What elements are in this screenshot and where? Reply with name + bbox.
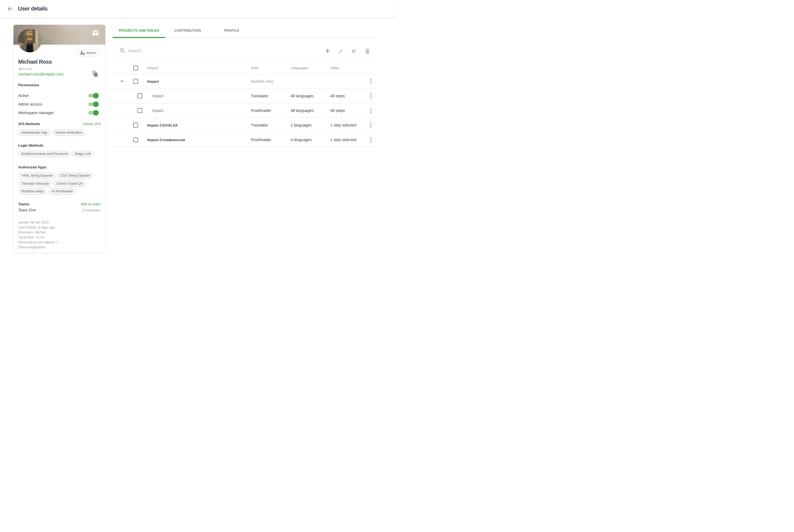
toggle-admin-access[interactable] bbox=[88, 101, 99, 107]
back-arrow-icon[interactable] bbox=[6, 5, 14, 13]
tab-contribution[interactable]: CONTRIBUTION bbox=[166, 24, 210, 38]
project-name[interactable]: Impact bbox=[152, 108, 164, 113]
manage-accounts-icon bbox=[80, 51, 84, 55]
tab-label: PROJECTS AND ROLES bbox=[119, 28, 159, 33]
row-role: Proofreader bbox=[251, 108, 271, 113]
avatar bbox=[18, 28, 42, 52]
row-checkbox[interactable] bbox=[133, 123, 138, 128]
search-icon bbox=[120, 48, 125, 53]
delete-icon[interactable] bbox=[362, 45, 373, 57]
meta-joined: Joined: 06 Apr 2020 bbox=[18, 220, 58, 225]
team-name: Team One bbox=[18, 208, 36, 212]
row-menu-icon[interactable] bbox=[367, 121, 375, 129]
tab-label: CONTRIBUTION bbox=[174, 28, 201, 33]
meta-registration: Direct registration bbox=[18, 245, 58, 250]
twofa-pill: Device verification bbox=[52, 130, 85, 136]
project-name[interactable]: Impact CSV/XLSX bbox=[147, 123, 177, 127]
row-menu-icon[interactable] bbox=[367, 77, 375, 85]
twofa-heading: 2FA Methods bbox=[18, 122, 40, 126]
row-role: Translator bbox=[251, 94, 268, 98]
row-languages: All languages bbox=[290, 108, 314, 113]
row-languages: 4 languages bbox=[290, 137, 311, 142]
row-checkbox[interactable] bbox=[137, 93, 142, 98]
login-method-pill: Magic Link bbox=[72, 151, 94, 157]
meta-local-time: Local time: 11:15 bbox=[18, 235, 58, 240]
select-all-checkbox[interactable] bbox=[133, 65, 138, 71]
tab-label: PROFILE bbox=[224, 28, 239, 33]
edit-icon[interactable] bbox=[335, 45, 346, 57]
row-languages: 2 languages bbox=[290, 123, 311, 127]
collapse-chevron-icon[interactable] bbox=[120, 79, 124, 84]
user-card: Admin Michael Ross @m.ross michael.ross@… bbox=[13, 24, 106, 253]
meta-last-activity: Last activity: 3 days ago bbox=[18, 225, 58, 230]
row-steps: All steps bbox=[330, 94, 345, 98]
add-icon[interactable] bbox=[322, 45, 333, 57]
app-pill: Workflow delay bbox=[18, 188, 46, 195]
teams-heading: Teams bbox=[18, 202, 29, 206]
send-email-icon[interactable] bbox=[93, 30, 98, 35]
row-menu-icon[interactable] bbox=[367, 92, 375, 100]
toggle-active[interactable] bbox=[88, 93, 99, 98]
row-checkbox[interactable] bbox=[133, 79, 138, 84]
table-header: Project Role Languages Steps bbox=[113, 62, 377, 74]
user-email[interactable]: michael.ross@impact.com bbox=[18, 72, 63, 76]
project-name[interactable]: Impact bbox=[152, 94, 164, 98]
row-menu-icon[interactable] bbox=[367, 136, 375, 144]
login-methods-heading: Login Methods bbox=[18, 143, 43, 148]
tab-profile[interactable]: PROFILE bbox=[210, 24, 254, 38]
column-header-role: Role bbox=[251, 66, 258, 70]
search-toolbar bbox=[113, 38, 377, 62]
row-languages: All languages bbox=[290, 94, 314, 98]
row-checkbox[interactable] bbox=[137, 108, 142, 113]
table-row-group-impact: Impact Multiple roles bbox=[113, 74, 377, 89]
table-row-impact-crowdsourced: Impact Crowdsourced Proofreader 4 langua… bbox=[113, 133, 377, 147]
meta-pronouns: Pronouns: He/him bbox=[18, 230, 58, 235]
row-role: Proofreader bbox=[251, 137, 271, 142]
project-name[interactable]: Impact bbox=[147, 79, 159, 83]
authorized-apps-heading: Authorized Apps bbox=[18, 165, 46, 169]
row-checkbox[interactable] bbox=[133, 137, 138, 142]
column-header-languages: Languages bbox=[290, 66, 308, 70]
table-row-impact-translator: Impact Translator All languages All step… bbox=[113, 89, 377, 103]
toggle-label-workspace-manager: Workspace manager bbox=[18, 111, 54, 115]
admin-badge-label: Admin bbox=[86, 51, 96, 55]
row-role: Multiple roles bbox=[251, 79, 273, 83]
user-meta-list: Joined: 06 Apr 2020 Last activity: 3 day… bbox=[18, 220, 58, 250]
row-steps: All steps bbox=[330, 108, 345, 113]
toggle-label-admin-access: Admin access bbox=[18, 102, 42, 107]
project-name[interactable]: Impact Crowdsourced bbox=[147, 137, 185, 142]
tab-bar: PROJECTS AND ROLES CONTRIBUTION PROFILE bbox=[113, 24, 377, 38]
toggle-label-active: Active bbox=[18, 93, 29, 98]
login-method-pill: Email/Username and Password bbox=[18, 151, 71, 157]
main-content: PROJECTS AND ROLES CONTRIBUTION PROFILE bbox=[113, 18, 377, 147]
table-row-impact-proofreader: Impact Proofreader All languages All ste… bbox=[113, 103, 377, 118]
user-handle: @m.ross bbox=[18, 67, 32, 71]
copy-email-icon[interactable] bbox=[93, 71, 98, 77]
row-role: Translator bbox=[251, 123, 268, 127]
meta-tokens: Personal access tokens: 1 bbox=[18, 240, 58, 245]
app-pill: AI Proofreader bbox=[49, 188, 76, 195]
page-title: User details bbox=[18, 5, 48, 12]
tab-projects-and-roles[interactable]: PROJECTS AND ROLES bbox=[113, 24, 166, 38]
search-input[interactable] bbox=[128, 46, 293, 56]
add-to-team-link[interactable]: Add to team bbox=[80, 202, 101, 206]
app-pill: Censor Guard QA bbox=[54, 180, 86, 187]
team-members-count: 4 members bbox=[83, 208, 101, 212]
table-row-impact-csv-xlsx: Impact CSV/XLSX Translator 2 languages 1… bbox=[113, 118, 377, 133]
user-name: Michael Ross bbox=[18, 59, 52, 65]
row-steps: 1 step selected bbox=[330, 123, 356, 127]
app-pill: CSV String Exporter bbox=[57, 173, 93, 179]
permissions-heading: Permissions bbox=[18, 83, 39, 87]
column-header-steps: Steps bbox=[330, 66, 339, 70]
row-steps: 1 step selected bbox=[330, 137, 356, 142]
toggle-workspace-manager[interactable] bbox=[88, 110, 99, 115]
column-header-project: Project bbox=[147, 66, 158, 70]
admin-badge: Admin bbox=[77, 49, 99, 56]
row-menu-icon[interactable] bbox=[367, 107, 375, 114]
app-pill: YAML String Exporter bbox=[18, 173, 56, 179]
twofa-pill: Authenticator App bbox=[18, 130, 51, 136]
reset-2fa-link[interactable]: Reset 2FA bbox=[83, 122, 101, 126]
clear-filters-icon[interactable] bbox=[348, 45, 360, 57]
app-header: User details bbox=[0, 0, 397, 18]
app-pill: Translate Glossary bbox=[18, 180, 52, 187]
